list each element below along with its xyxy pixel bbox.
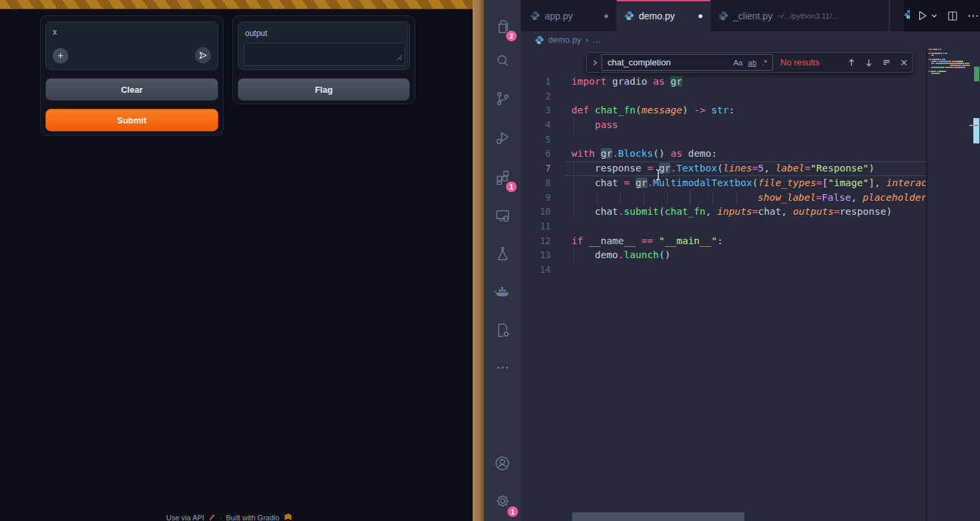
code-line-10[interactable]: 10 chat.submit(chat_fn, inputs=chat, out… (521, 205, 926, 219)
code-line-5[interactable]: 5 (521, 133, 926, 147)
code-line-13[interactable]: 13 demo.launch() (521, 248, 926, 263)
sidebar-item-more[interactable] (484, 352, 521, 383)
flag-button[interactable]: Flag (238, 78, 410, 101)
beaker-icon (494, 245, 511, 262)
tab-client-py[interactable]: _client.py ~/.../python3.11/... (711, 0, 889, 31)
line-number[interactable]: 4 (521, 118, 565, 133)
code-line-9[interactable]: 9show_label=False, placeholder= (521, 191, 926, 205)
sidebar-item-search[interactable] (484, 45, 521, 76)
line-number[interactable]: 13 (521, 248, 565, 263)
code-line-12[interactable]: 12if __name__ == "__main__": (521, 234, 926, 249)
code-line-2[interactable]: 2 (521, 89, 926, 104)
line-number[interactable]: 3 (521, 103, 565, 118)
code-text (565, 263, 571, 278)
footer-separator: · (220, 514, 222, 521)
minimap[interactable] (929, 49, 971, 77)
overview-ruler[interactable] (973, 0, 980, 521)
line-number[interactable]: 6 (521, 147, 565, 161)
whole-word-toggle[interactable]: ab (746, 58, 760, 67)
use-via-api-link[interactable]: Use via API (166, 514, 204, 521)
line-number[interactable]: 11 (521, 219, 565, 234)
overflow-tab-python-icon[interactable] (904, 9, 910, 22)
tab-label: _client.py (733, 11, 772, 21)
line-number[interactable]: 12 (521, 234, 565, 249)
more-actions-button[interactable]: ⋯ (967, 9, 979, 23)
code-text: pass (565, 118, 618, 133)
extensions-badge: 1 (506, 181, 517, 192)
send-button[interactable] (195, 47, 211, 63)
modified-dot[interactable]: ● (603, 13, 609, 19)
code-line-14[interactable]: 14 (521, 263, 926, 278)
breadcrumb-more[interactable]: … (592, 35, 601, 45)
find-close-button[interactable]: ✕ (900, 57, 908, 68)
python-icon (718, 11, 728, 21)
sidebar-item-remote-explorer[interactable] (484, 200, 521, 231)
line-number[interactable]: 14 (521, 263, 565, 278)
output-label: output (245, 29, 267, 38)
split-editor-button[interactable] (947, 10, 959, 22)
output-group: output Flag (232, 15, 415, 104)
input-group: x + Clear Submit (40, 15, 224, 135)
gradio-logo-icon (284, 514, 292, 521)
tab-app-py[interactable]: app.py ● (523, 0, 617, 31)
code-text: response = gr.Textbox(lines=5, label="Re… (565, 161, 875, 176)
code-line-8[interactable]: 8 chat = gr.MultimodalTextbox(file_types… (521, 176, 926, 191)
output-textarea[interactable] (244, 43, 405, 66)
modified-dot[interactable]: ● (698, 13, 703, 19)
line-number[interactable]: 1 (521, 75, 565, 89)
match-case-toggle[interactable]: Aa (730, 58, 745, 67)
line-number[interactable]: 5 (521, 133, 565, 147)
submit-button[interactable]: Submit (45, 109, 218, 131)
account-button[interactable] (484, 448, 521, 478)
code-line-6[interactable]: 6with gr.Blocks() as demo: (521, 147, 926, 161)
editor-group: app.py ● demo.py ● _client.py ~/.../pyth… (521, 0, 980, 521)
play-icon (916, 9, 929, 22)
clear-button[interactable]: Clear (45, 78, 218, 101)
sidebar-item-source-control[interactable] (484, 83, 521, 114)
docker-icon (493, 284, 511, 302)
find-input[interactable] (607, 57, 730, 67)
run-python-file-button[interactable] (916, 9, 938, 22)
find-next-button[interactable] (865, 58, 873, 67)
multimodal-textbox[interactable]: x + (45, 21, 218, 70)
python-icon (530, 11, 540, 21)
line-number[interactable]: 2 (521, 89, 565, 104)
regex-toggle[interactable]: .* (759, 58, 770, 67)
tab-demo-py[interactable]: demo.py ● (617, 0, 711, 31)
attach-file-button[interactable]: + (53, 48, 68, 63)
sidebar-item-task-config[interactable] (484, 315, 521, 346)
code-line-4[interactable]: 4 pass (521, 118, 926, 133)
tab-label: demo.py (639, 11, 675, 21)
find-expand-toggle[interactable] (589, 59, 600, 67)
code-line-11[interactable]: 11 (521, 219, 926, 234)
sidebar-item-extensions[interactable]: 1 (484, 162, 521, 193)
ruler-cursor-marker (969, 125, 980, 126)
code-text: chat = gr.MultimodalTextbox(file_types=[… (565, 176, 926, 191)
line-number[interactable]: 9 (521, 191, 565, 205)
line-number[interactable]: 7 (521, 161, 565, 176)
settings-button[interactable]: 1 (484, 486, 521, 516)
horizontal-scrollbar[interactable] (572, 512, 744, 521)
desktop-wallpaper-strip (473, 0, 484, 521)
find-previous-button[interactable] (847, 58, 856, 67)
code-line-1[interactable]: 1import gradio as gr (521, 75, 926, 89)
find-in-selection-button[interactable] (882, 58, 891, 67)
line-number[interactable]: 10 (521, 205, 565, 219)
code-editor[interactable]: 1import gradio as gr23def chat_fn(messag… (521, 48, 926, 521)
code-text: import gradio as gr (565, 75, 682, 89)
built-with-gradio-link[interactable]: Built with Gradio (226, 514, 280, 521)
find-nav: ✕ (847, 57, 908, 68)
ruler-visible-range-marker (973, 118, 979, 143)
resize-handle[interactable] (397, 51, 403, 63)
source-control-icon (494, 90, 511, 107)
code-line-3[interactable]: 3def chat_fn(message) -> str: (521, 103, 926, 118)
code-text: show_label=False, placeholder= (565, 191, 926, 205)
line-number[interactable]: 8 (521, 176, 565, 191)
sidebar-item-run-debug[interactable] (484, 123, 521, 153)
sidebar-item-docker[interactable] (484, 277, 521, 308)
breadcrumb-file[interactable]: demo.py (548, 35, 581, 45)
breadcrumb[interactable]: demo.py › … (521, 31, 980, 48)
sidebar-item-testing[interactable] (484, 238, 521, 269)
sidebar-item-explorer[interactable]: 2 (484, 11, 521, 42)
code-line-7[interactable]: 7 response = gr.Textbox(lines=5, label="… (521, 161, 926, 176)
